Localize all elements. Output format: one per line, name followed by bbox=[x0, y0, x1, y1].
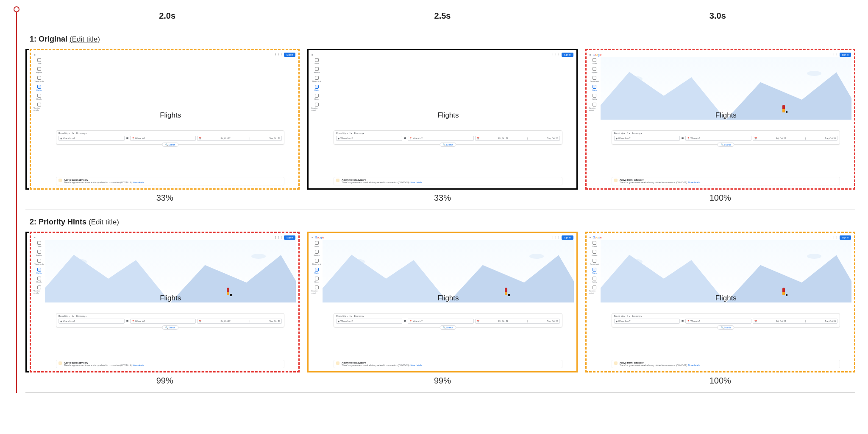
sidebar-item-icon bbox=[593, 58, 596, 62]
page-screenshot: ≡ Google ⋮⋮⋮ Sign in TravelExploreThings… bbox=[588, 51, 853, 187]
filmstrip-frame[interactable]: ≡ Google ⋮⋮⋮ Sign in TravelExploreThings… bbox=[585, 232, 855, 372]
sidebar-item-icon bbox=[315, 259, 319, 263]
sidebar-item-label: Things to do bbox=[312, 263, 321, 265]
sidebar-item-label: Things to do bbox=[590, 80, 599, 82]
chip-class: Economy bbox=[632, 132, 642, 134]
warning-icon bbox=[614, 361, 618, 365]
sidebar-item-icon bbox=[315, 67, 319, 71]
shot-sidebar: TravelExploreThings to doFlightsHotelsVa… bbox=[33, 58, 45, 186]
sidebar-item-icon bbox=[37, 277, 41, 280]
edit-title-link[interactable]: (Edit title) bbox=[70, 35, 100, 43]
sidebar-item-label: Travel bbox=[314, 62, 319, 64]
sidebar-item: Vacation rentals bbox=[589, 286, 600, 294]
sidebar-item: Flights bbox=[589, 85, 600, 91]
sidebar-item-icon bbox=[593, 268, 596, 272]
sidebar-item: Things to do bbox=[33, 259, 45, 265]
swap-icon: ⇄ bbox=[681, 319, 684, 322]
filmstrip-frame[interactable]: ≡ Google ⋮⋮⋮ Sign in TravelExploreThings… bbox=[307, 232, 577, 372]
sidebar-item-icon bbox=[315, 250, 319, 254]
sidebar-item-label: Explore bbox=[314, 254, 320, 256]
sidebar-item-label: Explore bbox=[592, 254, 598, 256]
sidebar-item: Explore bbox=[33, 250, 45, 256]
dest-field: 📍 Where to? bbox=[130, 136, 196, 141]
sidebar-item-icon bbox=[593, 286, 596, 289]
sidebar-item-icon bbox=[37, 259, 41, 263]
sidebar-item-label: Vacation rentals bbox=[311, 107, 322, 111]
signin-button: Sign in bbox=[840, 235, 851, 240]
sidebar-item: Flights bbox=[589, 268, 600, 274]
shot-topbar: ≡ Google ⋮⋮⋮ Sign in bbox=[34, 52, 295, 57]
chip-class: Economy bbox=[632, 315, 642, 317]
travel-advisory: Active travel advisory There's a governm… bbox=[612, 360, 840, 368]
frames-row: ≡ Google ⋮⋮⋮ Sign in TravelExploreThings… bbox=[30, 232, 855, 386]
sidebar-item-label: Hotels bbox=[36, 98, 41, 100]
page-screenshot: ≡ Google ⋮⋮⋮ Sign in TravelExploreThings… bbox=[310, 51, 575, 187]
date-return: Tue, Oct 26 bbox=[547, 320, 558, 322]
sidebar-item-label: Things to do bbox=[590, 263, 599, 265]
origin-icon: ◉ bbox=[338, 137, 339, 140]
dest-field: 📍 Where to? bbox=[685, 136, 751, 141]
frame-column: ≡ Google ⋮⋮⋮ Sign in TravelExploreThings… bbox=[585, 49, 855, 203]
dest-icon: 📍 bbox=[687, 320, 690, 322]
sidebar-item-label: Hotels bbox=[314, 281, 319, 283]
flights-heading: Flights bbox=[601, 111, 851, 120]
origin-icon: ◉ bbox=[60, 137, 62, 140]
swap-icon: ⇄ bbox=[126, 137, 129, 140]
apps-grid-icon: ⋮⋮⋮ bbox=[551, 53, 560, 56]
sidebar-item-icon bbox=[593, 67, 596, 71]
origin-icon: ◉ bbox=[338, 320, 339, 322]
sidebar-item-icon bbox=[593, 241, 596, 245]
menu-icon: ≡ bbox=[312, 53, 313, 56]
sidebar-item-label: Vacation rentals bbox=[589, 107, 600, 111]
comparison-row: 2: Priority Hints (Edit title) ≡ Google bbox=[17, 210, 855, 386]
time-label-0: 2.0s bbox=[30, 11, 305, 21]
search-pill: 🔍 Search bbox=[718, 325, 734, 330]
google-logo: Google bbox=[593, 53, 601, 56]
divider bbox=[25, 392, 855, 393]
sidebar-item-icon bbox=[37, 250, 41, 254]
sidebar-item-label: Explore bbox=[592, 71, 598, 73]
visual-complete-pct: 100% bbox=[709, 376, 731, 386]
sidebar-item: Travel bbox=[589, 241, 600, 247]
apps-grid-icon: ⋮⋮⋮ bbox=[551, 236, 560, 239]
visual-complete-pct: 99% bbox=[434, 376, 451, 386]
search-pill: 🔍 Search bbox=[440, 143, 456, 147]
sidebar-item-label: Explore bbox=[36, 71, 42, 73]
sidebar-item-label: Flights bbox=[36, 89, 42, 91]
origin-icon: ◉ bbox=[616, 320, 618, 322]
warning-icon bbox=[336, 179, 339, 182]
edit-title-link[interactable]: (Edit title) bbox=[89, 218, 119, 226]
calendar-icon: 📅 bbox=[477, 320, 479, 322]
filmstrip-frame[interactable]: ≡ Google ⋮⋮⋮ Sign in TravelExploreThings… bbox=[30, 232, 300, 372]
advisory-body: There's a government travel advisory rel… bbox=[64, 364, 132, 367]
filmstrip-frame[interactable]: ≡ Google ⋮⋮⋮ Sign in TravelExploreThings… bbox=[30, 49, 300, 190]
chip-pax: 1 bbox=[627, 315, 630, 317]
filmstrip-frame[interactable]: ≡ Google ⋮⋮⋮ Sign in TravelExploreThings… bbox=[307, 49, 577, 190]
advisory-body: There's a government travel advisory rel… bbox=[342, 181, 410, 184]
shot-sidebar: TravelExploreThings to doFlightsHotelsVa… bbox=[589, 58, 600, 186]
filmstrip-frame[interactable]: ≡ Google ⋮⋮⋮ Sign in TravelExploreThings… bbox=[585, 49, 855, 190]
sidebar-item-label: Flights bbox=[36, 272, 42, 274]
row-name: Priority Hints bbox=[39, 218, 86, 226]
frame-column: ≡ Google ⋮⋮⋮ Sign in TravelExploreThings… bbox=[307, 49, 577, 203]
sidebar-item-label: Hotels bbox=[592, 98, 597, 100]
shot-hero bbox=[601, 57, 851, 120]
time-label-2: 3.0s bbox=[580, 11, 855, 21]
sidebar-item-icon bbox=[315, 277, 319, 280]
sidebar-item-icon bbox=[37, 67, 41, 71]
sidebar-item-label: Flights bbox=[592, 272, 597, 274]
date-out: Fri, Oct 22 bbox=[776, 137, 786, 140]
travel-advisory: Active travel advisory There's a governm… bbox=[334, 360, 562, 368]
google-logo: Google bbox=[593, 236, 601, 239]
sidebar-item-label: Flights bbox=[314, 89, 319, 91]
page-screenshot: ≡ Google ⋮⋮⋮ Sign in TravelExploreThings… bbox=[310, 234, 575, 370]
warning-icon bbox=[614, 179, 618, 182]
chip-trip: Round trip bbox=[614, 315, 625, 317]
dest-placeholder: Where to? bbox=[135, 137, 145, 140]
dates-field: 📅 Fri, Oct 22 | Tue, Oct 26 bbox=[753, 319, 837, 324]
dest-placeholder: Where to? bbox=[690, 320, 700, 322]
sidebar-item: Hotels bbox=[33, 94, 45, 100]
sidebar-item-icon bbox=[37, 58, 41, 62]
dest-field: 📍 Where to? bbox=[408, 136, 474, 141]
sidebar-item-label: Vacation rentals bbox=[589, 290, 600, 294]
